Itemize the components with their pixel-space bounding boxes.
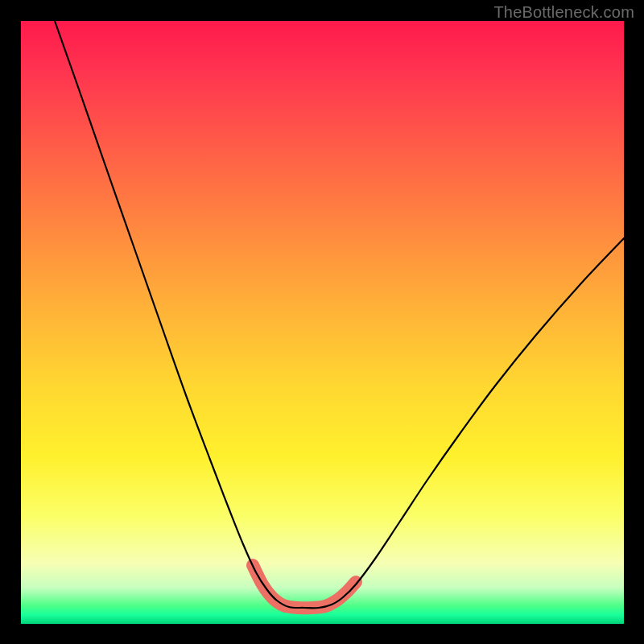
curve-svg bbox=[21, 21, 624, 624]
valley-highlight-line bbox=[253, 565, 356, 608]
chart-frame: TheBottleneck.com bbox=[0, 0, 644, 644]
bottleneck-curve-line bbox=[55, 21, 624, 608]
plot-area bbox=[21, 21, 624, 624]
watermark-text: TheBottleneck.com bbox=[493, 3, 634, 22]
